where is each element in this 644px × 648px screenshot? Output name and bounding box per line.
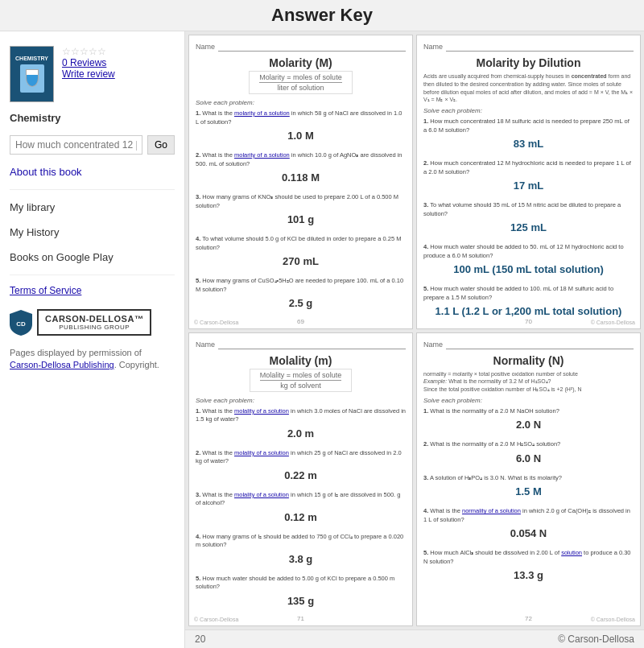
ws-answer-2-5: 1.1 L (1.2 L or 1,200 mL total solution) xyxy=(423,305,634,317)
ws-problem-text-4-2: What is the normality of a 2.0 M H₂SO₄ s… xyxy=(430,440,560,448)
write-review-link[interactable]: Write review xyxy=(62,68,115,80)
flask-icon xyxy=(26,69,39,87)
ws-title-2: Molarity by Dilution xyxy=(423,56,634,69)
ws-answer-1-3: 101 g xyxy=(196,213,406,225)
ws-problem-text-3-2: What is the molality of a solution in wh… xyxy=(196,449,402,465)
ws-copyright-4: © Carson-Dellosa xyxy=(591,617,635,622)
ws-problem-text-1-2: What is the molarity of a solution in wh… xyxy=(196,151,402,167)
ws-problem-num-1-4: 4. xyxy=(196,235,200,242)
publisher-link[interactable]: Carson-Dellosa Publishing xyxy=(10,360,114,369)
ws-instructions-2: Solve each problem: xyxy=(423,107,634,114)
worksheet-molarity-dilution: Name Molarity by Dilution Acids are usua… xyxy=(416,35,641,329)
ws-description-4: normality = molarity × total positive ox… xyxy=(423,370,634,394)
ws-answer-3-3: 0.12 m xyxy=(196,511,406,523)
ws-header-2: Molarity by Dilution xyxy=(423,56,634,69)
ws-problem-4-2: 2. What is the normality of a 2.0 M H₂SO… xyxy=(423,440,634,468)
publisher-sub: PUBLISHING GROUP xyxy=(59,324,130,331)
ws-page-num-1: 69 xyxy=(297,318,304,325)
sidebar-item-my-library[interactable]: My library xyxy=(0,195,184,220)
ws-instructions-4: Solve each problem: xyxy=(423,397,634,404)
ws-formula-box-1: Molarity = moles of solute liter of solu… xyxy=(249,71,352,94)
content-area: Name Molarity (M) Molarity = moles of so… xyxy=(185,31,644,648)
ws-problem-text-4-3: A solution of H₃PO₄ is 3.0 N. What is it… xyxy=(430,474,562,481)
ws-problem-1-3: 3. How many grams of KNO₃ should be used… xyxy=(196,193,406,229)
ws-answer-1-5: 2.5 g xyxy=(196,297,406,309)
divider-1 xyxy=(10,189,175,190)
ws-copyright-1: © Carson-Dellosa xyxy=(194,320,238,325)
sidebar-item-books-google-play[interactable]: Books on Google Play xyxy=(0,245,184,270)
ws-problem-1-4: 4. To what volume should 5.0 g of KCl be… xyxy=(196,235,406,270)
name-line-2: Name xyxy=(423,42,634,52)
ws-problem-2-1: 1. How much concentrated 18 M sulfuric a… xyxy=(423,118,634,153)
ws-problem-num-3-1: 1. xyxy=(196,407,200,415)
ws-problem-1-5: 5. How many grams of CuSO₄•5H₂O are need… xyxy=(196,277,406,312)
svg-text:CD: CD xyxy=(16,320,26,328)
ws-problem-text-1-1: What is the molarity of a solution in wh… xyxy=(196,109,402,126)
ws-answer-2-4: 100 mL (150 mL total solution) xyxy=(423,263,634,275)
ws-problem-text-3-3: What is the molality of a solution in wh… xyxy=(196,491,400,507)
ws-problem-num-2-5: 5. xyxy=(423,285,428,292)
ws-answer-3-2: 0.22 m xyxy=(196,469,406,481)
reviews-count-link[interactable]: 0 Reviews xyxy=(62,57,115,68)
ws-page-num-4: 72 xyxy=(525,615,532,622)
name-line-1: Name xyxy=(196,42,406,52)
top-bar: Answer Key xyxy=(0,0,644,31)
about-book-link[interactable]: About this book xyxy=(0,159,184,184)
ws-problem-num-3-4: 4. xyxy=(196,533,200,540)
ws-answer-4-2: 6.0 N xyxy=(423,452,634,464)
sidebar: CHEMISTRY ☆☆☆☆☆ 0 Reviews Write review C… xyxy=(0,31,185,648)
ws-problem-2-5: 5. How much water should be added to 100… xyxy=(423,285,634,320)
ws-problem-num-1-2: 2. xyxy=(196,151,200,159)
sidebar-item-my-history[interactable]: My History xyxy=(0,220,184,245)
ws-page-num-2: 70 xyxy=(525,318,532,325)
ws-problem-num-2-2: 2. xyxy=(423,159,428,167)
ws-problem-3-1: 1. What is the molality of a solution in… xyxy=(196,407,406,443)
ws-header-3: Molality (m) Molality = moles of solute … xyxy=(196,354,406,394)
name-underline-4 xyxy=(446,340,634,349)
ws-answer-1-2: 0.118 M xyxy=(196,171,406,184)
search-button[interactable]: Go xyxy=(147,135,175,155)
ws-formula-divider-1 xyxy=(259,82,341,83)
ws-header-1: Molarity (M) Molarity = moles of solute … xyxy=(196,56,406,96)
ws-problem-1-1: 1. What is the molarity of a solution in… xyxy=(196,109,406,145)
search-input[interactable] xyxy=(10,135,142,155)
ws-problem-text-2-1: How much concentrated 18 M sulfuric acid… xyxy=(423,118,630,134)
ws-problem-3-5: 5. How much water should be added to 5.0… xyxy=(196,575,406,610)
publisher-logo: CD CARSON-DELLOSA™ PUBLISHING GROUP xyxy=(0,301,184,344)
ws-problem-num-3-3: 3. xyxy=(196,491,200,498)
ws-problem-3-2: 2. What is the molality of a solution in… xyxy=(196,449,406,485)
bottom-copyright: © Carson-Dellosa xyxy=(558,634,634,645)
ws-copyright-2: © Carson-Dellosa xyxy=(591,320,635,325)
ws-problem-text-3-5: How much water should be added to 5.00 g… xyxy=(196,575,394,591)
ws-header-4: Normality (N) xyxy=(423,354,634,367)
divider-2 xyxy=(10,274,175,275)
ws-problem-2-4: 4. How much water should be added to 50.… xyxy=(423,243,634,279)
ws-problem-text-1-5: How many grams of CuSO₄•5H₂O are needed … xyxy=(196,277,403,293)
ws-answer-2-3: 125 mL xyxy=(423,221,634,233)
name-label-1: Name xyxy=(196,43,215,51)
ws-problem-num-1-3: 3. xyxy=(196,193,200,200)
ws-problem-4-5: 5. How much AlCl₃ should be dissolved in… xyxy=(423,549,634,584)
worksheet-molarity: Name Molarity (M) Molarity = moles of so… xyxy=(188,35,413,329)
ws-answer-4-1: 2.0 N xyxy=(423,419,634,431)
permission-prefix: Pages displayed by permission of xyxy=(10,348,142,357)
ws-formula-bottom-1: liter of solution xyxy=(277,84,324,92)
terms-of-service-link[interactable]: Terms of Service xyxy=(0,280,184,301)
ws-answer-4-4: 0.054 N xyxy=(423,527,634,539)
ws-problem-num-4-2: 2. xyxy=(423,440,428,448)
ws-answer-4-3: 1.5 M xyxy=(423,485,634,497)
ws-answer-3-4: 3.8 g xyxy=(196,553,406,565)
ws-problem-text-3-1: What is the molality of a solution in wh… xyxy=(196,407,406,423)
ws-problem-num-2-3: 3. xyxy=(423,201,428,208)
ws-problem-num-2-4: 4. xyxy=(423,243,428,250)
ws-problem-text-2-4: How much water should be added to 50. mL… xyxy=(423,243,624,259)
ws-problem-2-3: 3. To what volume should 35 mL of 15 M n… xyxy=(423,201,634,237)
ws-problem-3-3: 3. What is the molality of a solution in… xyxy=(196,491,406,526)
name-label-3: Name xyxy=(196,341,215,349)
permission-text: Pages displayed by permission of Carson-… xyxy=(0,344,184,378)
permission-suffix: . Copyright. xyxy=(114,360,159,369)
ws-problem-num-1-5: 5. xyxy=(196,277,200,284)
ws-problem-num-4-3: 3. xyxy=(423,474,428,481)
ws-problem-1-2: 2. What is the molarity of a solution in… xyxy=(196,151,406,187)
ws-problem-4-4: 4. What is the normality of a solution i… xyxy=(423,507,634,543)
